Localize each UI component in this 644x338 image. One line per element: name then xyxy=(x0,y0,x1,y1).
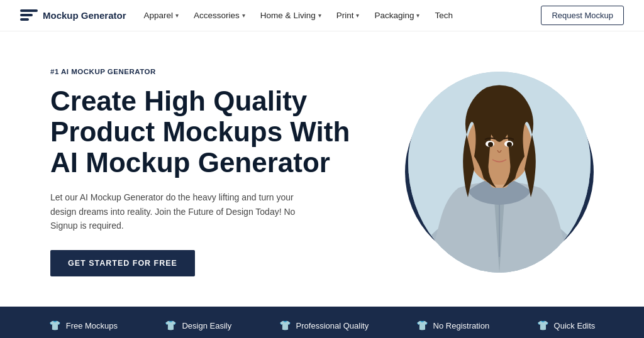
shirt-icon: 👕 xyxy=(416,320,428,331)
footer-item-free-mockups: 👕 Free Mockups xyxy=(49,320,118,331)
shirt-icon: 👕 xyxy=(279,320,291,331)
chevron-down-icon: ▾ xyxy=(318,12,321,19)
hero-badge: #1 AI MOCKUP GENERATOR xyxy=(50,68,365,75)
brand-name: Mockup Generator xyxy=(43,10,126,21)
svg-point-7 xyxy=(488,142,493,147)
hero-section: #1 AI MOCKUP GENERATOR Create High Quali… xyxy=(0,31,644,307)
footer-label-no-registration: No Registration xyxy=(433,321,490,330)
hero-image-area xyxy=(380,65,594,279)
nav-item-accessories[interactable]: Accessories ▾ xyxy=(194,11,245,20)
svg-point-8 xyxy=(507,142,512,147)
navbar: Mockup Generator Apparel ▾ Accessories ▾… xyxy=(0,0,644,31)
nav-links: Apparel ▾ Accessories ▾ Home & Living ▾ … xyxy=(144,11,453,20)
hero-subtitle: Let our AI Mockup Generator do the heavy… xyxy=(50,190,314,232)
chevron-down-icon: ▾ xyxy=(175,12,179,19)
footer-item-no-registration: 👕 No Registration xyxy=(416,320,490,331)
footer-item-professional-quality: 👕 Professional Quality xyxy=(279,320,369,331)
footer-item-quick-edits: 👕 Quick Edits xyxy=(537,320,596,331)
nav-item-packaging[interactable]: Packaging ▾ xyxy=(374,11,419,20)
footer-label-professional-quality: Professional Quality xyxy=(296,321,369,330)
footer-bar: 👕 Free Mockups 👕 Design Easily 👕 Profess… xyxy=(0,307,644,338)
chevron-down-icon: ▾ xyxy=(416,12,419,19)
hero-left: #1 AI MOCKUP GENERATOR Create High Quali… xyxy=(50,68,365,277)
footer-label-free-mockups: Free Mockups xyxy=(66,321,118,330)
logo-icon xyxy=(20,9,38,22)
cta-button[interactable]: GET STARTED FOR FREE xyxy=(50,250,195,276)
logo[interactable]: Mockup Generator xyxy=(20,9,126,22)
footer-label-design-easily: Design Easily xyxy=(182,321,231,330)
nav-item-home-living[interactable]: Home & Living ▾ xyxy=(260,11,321,20)
person-svg xyxy=(408,72,591,273)
navbar-left: Mockup Generator Apparel ▾ Accessories ▾… xyxy=(20,9,453,22)
shirt-icon: 👕 xyxy=(537,320,549,331)
request-mockup-button[interactable]: Request Mockup xyxy=(541,6,624,25)
nav-item-apparel[interactable]: Apparel ▾ xyxy=(144,11,179,20)
nav-item-print[interactable]: Print ▾ xyxy=(336,11,360,20)
chevron-down-icon: ▾ xyxy=(242,12,245,19)
footer-item-design-easily: 👕 Design Easily xyxy=(165,320,231,331)
hero-title: Create High Quality Product Mockups With… xyxy=(50,85,365,178)
nav-item-tech[interactable]: Tech xyxy=(435,11,453,20)
shirt-icon: 👕 xyxy=(49,320,61,331)
footer-label-quick-edits: Quick Edits xyxy=(554,321,596,330)
hero-person-image xyxy=(408,72,591,273)
chevron-down-icon: ▾ xyxy=(356,12,359,19)
shirt-icon: 👕 xyxy=(165,320,177,331)
